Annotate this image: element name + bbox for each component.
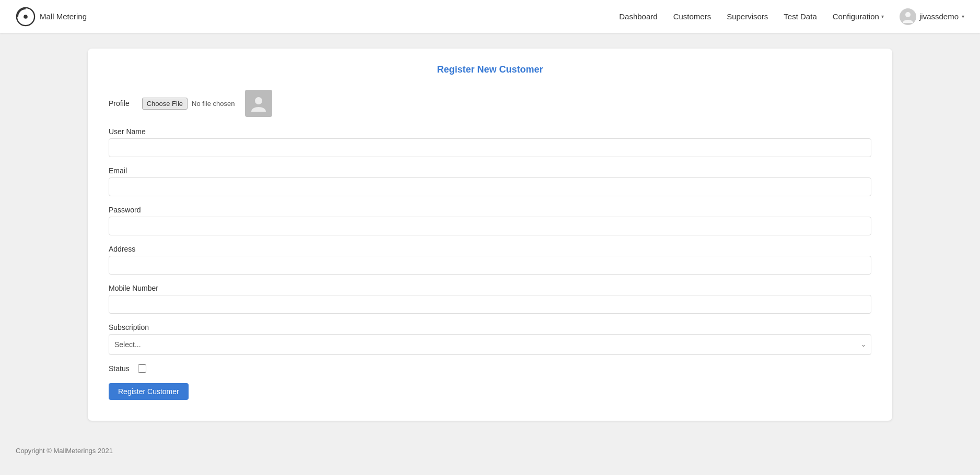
status-checkbox[interactable] <box>138 364 146 373</box>
address-group: Address <box>109 245 871 275</box>
username-group: User Name <box>109 127 871 157</box>
register-customer-button[interactable]: Register Customer <box>109 383 189 400</box>
nav-dashboard[interactable]: Dashboard <box>619 12 657 21</box>
choose-file-label: Choose File <box>147 100 183 108</box>
address-label: Address <box>109 245 871 253</box>
nav-configuration-dropdown[interactable]: Configuration ▾ <box>833 12 884 21</box>
address-input[interactable] <box>109 256 871 275</box>
default-avatar-icon <box>249 94 268 113</box>
brand-logo-icon <box>16 7 36 27</box>
svg-point-1 <box>24 15 28 19</box>
username-input[interactable] <box>109 138 871 157</box>
password-label: Password <box>109 206 871 214</box>
profile-label: Profile <box>109 99 130 108</box>
mobile-group: Mobile Number <box>109 284 871 314</box>
brand-name: Mall Metering <box>40 12 87 21</box>
configuration-chevron-icon: ▾ <box>881 14 884 19</box>
password-group: Password <box>109 206 871 235</box>
subscription-group: Subscription Select... Monthly Quarterly… <box>109 323 871 355</box>
nav-links: Dashboard Customers Supervisors Test Dat… <box>619 8 964 25</box>
no-file-text: No file chosen <box>192 100 235 108</box>
svg-point-3 <box>255 97 262 104</box>
username-label: User Name <box>109 127 871 136</box>
file-input-wrapper: Choose File No file chosen <box>142 98 235 110</box>
status-label: Status <box>109 364 130 373</box>
choose-file-button[interactable]: Choose File <box>142 98 188 110</box>
nav-test-data[interactable]: Test Data <box>784 12 816 21</box>
subscription-label: Subscription <box>109 323 871 331</box>
footer: Copyright © MallMeterings 2021 <box>0 436 980 465</box>
nav-supervisors[interactable]: Supervisors <box>727 12 768 21</box>
email-input[interactable] <box>109 177 871 196</box>
email-label: Email <box>109 167 871 175</box>
card-title: Register New Customer <box>109 64 871 75</box>
svg-point-2 <box>905 12 911 17</box>
navbar: Mall Metering Dashboard Customers Superv… <box>0 0 980 33</box>
nav-configuration-label: Configuration <box>833 12 879 21</box>
main-content: Register New Customer Profile Choose Fil… <box>0 33 980 436</box>
user-avatar-icon <box>900 8 916 25</box>
brand: Mall Metering <box>16 7 87 27</box>
password-input[interactable] <box>109 217 871 235</box>
copyright-text: Copyright © MallMeterings 2021 <box>16 447 113 455</box>
user-chevron-icon: ▾ <box>962 14 964 19</box>
status-row: Status <box>109 364 871 373</box>
user-name-label: jivassdemo <box>919 12 959 21</box>
profile-row: Profile Choose File No file chosen <box>109 90 871 117</box>
mobile-input[interactable] <box>109 295 871 314</box>
register-card: Register New Customer Profile Choose Fil… <box>88 49 892 421</box>
nav-user-menu[interactable]: jivassdemo ▾ <box>900 8 964 25</box>
subscription-select-wrapper: Select... Monthly Quarterly Yearly ⌄ <box>109 334 871 355</box>
avatar-placeholder <box>245 90 272 117</box>
mobile-label: Mobile Number <box>109 284 871 292</box>
subscription-select[interactable]: Select... Monthly Quarterly Yearly <box>109 334 871 355</box>
email-group: Email <box>109 167 871 196</box>
nav-customers[interactable]: Customers <box>673 12 711 21</box>
